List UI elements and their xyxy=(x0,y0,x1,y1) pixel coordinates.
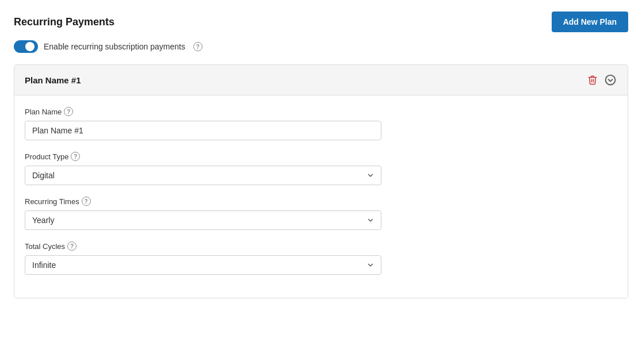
product-type-help-icon: ? xyxy=(71,152,80,161)
recurring-times-select-wrapper: Daily Weekly Monthly Yearly xyxy=(25,210,381,230)
plan-card-header: Plan Name #1 xyxy=(14,65,628,95)
plan-card: Plan Name #1 xyxy=(14,64,628,298)
trash-icon xyxy=(587,75,598,85)
toggle-slider xyxy=(14,40,38,53)
total-cycles-select-wrapper: Infinite 1 2 3 6 12 xyxy=(25,255,381,275)
product-type-select[interactable]: Digital Physical Service xyxy=(25,166,381,185)
enable-recurring-toggle[interactable] xyxy=(14,40,38,53)
recurring-times-help-icon: ? xyxy=(82,197,91,206)
recurring-times-label: Recurring Times ? xyxy=(25,197,617,206)
page-header: Recurring Payments Add New Plan xyxy=(14,12,628,32)
total-cycles-field-group: Total Cycles ? Infinite 1 2 3 6 12 xyxy=(25,242,617,275)
plan-card-actions xyxy=(586,73,617,87)
total-cycles-select[interactable]: Infinite 1 2 3 6 12 xyxy=(25,255,381,275)
plan-name-field-group: Plan Name ? xyxy=(25,107,617,140)
collapse-plan-button[interactable] xyxy=(603,73,617,87)
page-title: Recurring Payments xyxy=(14,16,114,28)
enable-help-icon: ? xyxy=(193,42,202,51)
product-type-select-wrapper: Digital Physical Service xyxy=(25,166,381,185)
plan-card-body: Plan Name ? Product Type ? Digital Physi… xyxy=(14,95,628,298)
plan-name-help-icon: ? xyxy=(64,107,73,116)
product-type-field-group: Product Type ? Digital Physical Service xyxy=(25,152,617,185)
total-cycles-label: Total Cycles ? xyxy=(25,242,617,251)
recurring-times-select[interactable]: Daily Weekly Monthly Yearly xyxy=(25,210,381,230)
add-new-plan-button[interactable]: Add New Plan xyxy=(552,12,628,32)
product-type-label: Product Type ? xyxy=(25,152,617,161)
delete-plan-button[interactable] xyxy=(586,74,599,86)
svg-point-0 xyxy=(606,75,616,85)
plan-name-label: Plan Name ? xyxy=(25,107,617,116)
recurring-times-field-group: Recurring Times ? Daily Weekly Monthly Y… xyxy=(25,197,617,230)
plan-card-title: Plan Name #1 xyxy=(25,75,81,85)
chevron-down-icon xyxy=(605,74,616,86)
enable-toggle-label: Enable recurring subscription payments xyxy=(44,42,185,51)
enable-toggle-row: Enable recurring subscription payments ? xyxy=(14,40,628,53)
plan-name-input[interactable] xyxy=(25,121,381,140)
total-cycles-help-icon: ? xyxy=(67,242,77,251)
